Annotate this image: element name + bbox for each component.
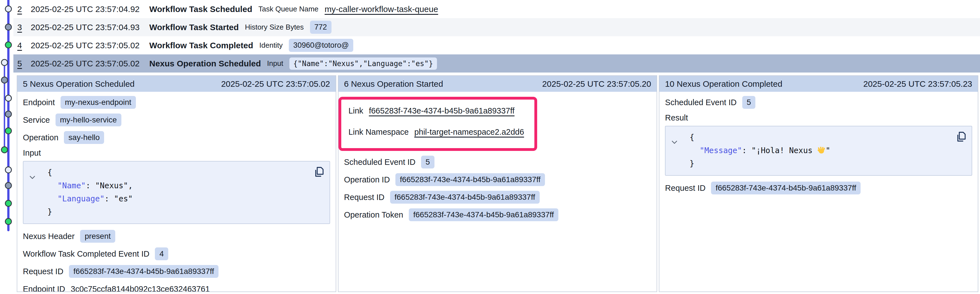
event-attr-value-badge: 30960@totoro@ [289, 39, 353, 52]
event-row[interactable]: 52025-02-25 UTC 23:57:05.02Nexus Operati… [13, 54, 980, 73]
detail-field-row: Servicemy-hello-service [23, 113, 330, 127]
timeline-node-gray[interactable] [2, 77, 8, 83]
event-row[interactable]: 22025-02-25 UTC 23:57:04.92Workflow Task… [13, 0, 980, 18]
detail-field-label: Nexus Header [23, 232, 75, 241]
event-name: Workflow Task Scheduled [149, 5, 252, 14]
detail-field-label: Request ID [23, 267, 64, 276]
panel-body: Endpointmy-nexus-endpointServicemy-hello… [17, 92, 336, 292]
event-id-link[interactable]: 5 [17, 59, 31, 68]
event-timestamp: 2025-02-25 UTC 23:57:05.02 [31, 59, 149, 68]
wave-emoji-icon [817, 146, 826, 154]
detail-field-row: Nexus Headerpresent [23, 230, 330, 243]
detail-field-link[interactable]: 3c0c75ccfa8144b092c13ce632463761 [71, 284, 210, 292]
event-name: Workflow Task Started [149, 22, 239, 32]
detail-field-badge: f665283f-743e-4374-b45b-9a61a89337ff [69, 265, 218, 278]
json-token: } [48, 207, 52, 216]
copy-icon [313, 174, 325, 178]
event-row[interactable]: 32025-02-25 UTC 23:57:04.93Workflow Task… [13, 18, 980, 36]
detail-field-label: Link [348, 106, 363, 116]
detail-field-badge: f665283f-743e-4374-b45b-9a61a89337ff [395, 173, 545, 186]
json-line: { [689, 131, 966, 144]
json-token: : [86, 181, 95, 190]
detail-field-link[interactable]: phil-target-namespace2.a2dd6 [414, 127, 524, 137]
timeline-node-gray[interactable] [5, 183, 11, 189]
timeline-node-white[interactable] [5, 167, 11, 173]
json-token: , [128, 181, 133, 190]
detail-field-row: Operationsay-hello [23, 131, 330, 144]
copy-icon [955, 139, 967, 143]
event-row[interactable]: 42025-02-25 UTC 23:57:05.02Workflow Task… [13, 36, 980, 54]
copy-button[interactable] [955, 131, 967, 143]
panel-timestamp: 2025-02-25 UTC 23:57:05.02 [221, 79, 330, 89]
highlight-annotation-wrap: Linkf665283f-743e-4374-b45b-9a61a89337ff… [344, 96, 651, 156]
timeline-node-green[interactable] [2, 147, 8, 153]
event-id-link[interactable]: 2 [17, 5, 31, 14]
json-token: : [742, 146, 751, 155]
event-id-link[interactable]: 4 [17, 41, 31, 50]
collapse-chevron-icon[interactable] [29, 170, 36, 184]
timeline-node-gray[interactable] [5, 24, 11, 30]
detail-field-label: Operation Token [344, 210, 403, 219]
event-name: Workflow Task Completed [149, 41, 253, 50]
event-attr-value-badge: {"Name":"Nexus","Language":"es"} [290, 57, 437, 70]
section-label: Result [665, 113, 972, 122]
event-timestamp: 2025-02-25 UTC 23:57:04.92 [31, 5, 149, 14]
json-line: } [689, 157, 966, 170]
detail-field-link[interactable]: f665283f-743e-4374-b45b-9a61a89337ff [369, 106, 515, 116]
panel-body: Scheduled Event ID5Result{"Message": "¡H… [659, 92, 978, 195]
event-attr-label: Input [267, 59, 283, 68]
timeline-node-white[interactable] [5, 6, 11, 12]
timeline-node-green[interactable] [5, 218, 11, 224]
timeline-node-white[interactable] [2, 59, 8, 65]
json-token: "Name" [57, 181, 86, 190]
timeline-node-green[interactable] [5, 42, 11, 48]
timeline-node-white[interactable] [5, 95, 11, 101]
detail-field-row: Workflow Task Completed Event ID4 [23, 247, 330, 261]
detail-field-badge: say-hello [64, 131, 104, 144]
json-token: : [105, 194, 114, 203]
detail-field-badge: 5 [421, 156, 434, 168]
json-token: "Message" [700, 146, 742, 155]
detail-field-label: Scheduled Event ID [665, 98, 737, 107]
json-line: "Name": "Nexus", [57, 179, 324, 192]
event-detail-panel: 10 Nexus Operation Completed2025-02-25 U… [659, 75, 978, 292]
timeline-node-green[interactable] [5, 200, 11, 207]
detail-field-label: Operation ID [344, 175, 390, 184]
detail-field-label: Scheduled Event ID [344, 157, 415, 167]
event-id-link[interactable]: 3 [17, 22, 31, 32]
copy-button[interactable] [313, 166, 325, 178]
collapse-chevron-icon[interactable] [671, 135, 678, 148]
detail-field-label: Request ID [344, 193, 385, 202]
json-line: } [48, 205, 324, 218]
event-attr-value-badge: 772 [310, 21, 331, 34]
event-timestamp: 2025-02-25 UTC 23:57:04.93 [31, 22, 149, 32]
detail-field-row: Request IDf665283f-743e-4374-b45b-9a61a8… [23, 265, 330, 278]
event-detail-panel: 6 Nexus Operation Started2025-02-25 UTC … [338, 75, 657, 292]
detail-field-badge: my-nexus-endpoint [60, 96, 136, 109]
detail-field-badge: 5 [742, 96, 756, 109]
json-code-block: {"Message": "¡Hola! Nexus "} [665, 126, 972, 176]
detail-field-label: Operation [23, 133, 58, 142]
event-attr-label: Task Queue Name [258, 5, 318, 13]
panel-timestamp: 2025-02-25 UTC 23:57:05.23 [863, 79, 972, 89]
detail-field-row: Link Namespacephil-target-namespace2.a2d… [348, 125, 527, 138]
event-attr-value-link[interactable]: my-caller-workflow-task-queue [325, 5, 438, 14]
json-line: "Message": "¡Hola! Nexus " [700, 144, 966, 157]
detail-field-label: Endpoint [23, 98, 55, 107]
detail-field-label: Endpoint ID [23, 284, 65, 292]
detail-field-label: Service [23, 116, 50, 125]
detail-field-row: Scheduled Event ID5 [344, 156, 651, 169]
timeline-node-gray[interactable] [5, 111, 11, 117]
timeline-node-green[interactable] [5, 128, 11, 134]
detail-field-row: Request IDf665283f-743e-4374-b45b-9a61a8… [344, 191, 651, 204]
detail-field-row: Endpointmy-nexus-endpoint [23, 96, 330, 109]
json-token: "¡Hola! Nexus " [751, 146, 830, 155]
detail-field-row: Linkf665283f-743e-4374-b45b-9a61a89337ff [348, 104, 527, 118]
detail-field-row: Endpoint ID3c0c75ccfa8144b092c13ce632463… [23, 282, 330, 292]
json-token: "Language" [57, 194, 105, 203]
section-label: Input [23, 148, 330, 157]
detail-field-row: Request IDf665283f-743e-4374-b45b-9a61a8… [665, 181, 972, 195]
json-code-block: {"Name": "Nexus","Language": "es"} [23, 161, 330, 224]
detail-field-label: Link Namespace [348, 127, 409, 137]
event-attr-label: History Size Bytes [245, 23, 304, 32]
